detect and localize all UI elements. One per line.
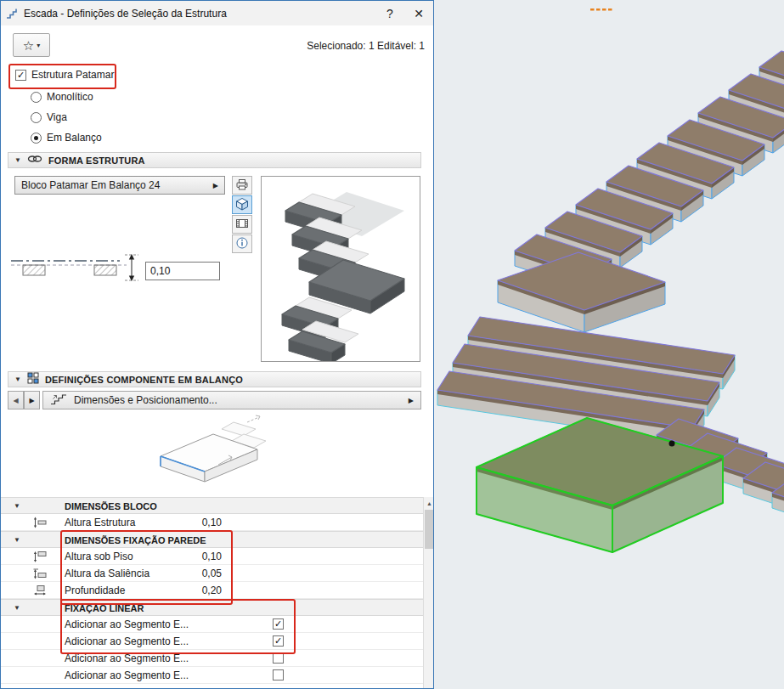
section-title: FORMA ESTRUTURA [48, 155, 145, 166]
collapse-icon[interactable]: ▼ [14, 536, 20, 544]
collapse-icon[interactable]: ▼ [14, 604, 20, 612]
table-row[interactable]: Altura Estrutura 0,10 [1, 514, 423, 531]
dim-structure-height-icon [33, 517, 50, 528]
section-title: DIMENSÕES FIXAÇÃO PAREDE [65, 535, 206, 545]
radio-button[interactable] [31, 133, 42, 144]
check-icon: ✓ [274, 636, 282, 646]
radio-button[interactable] [31, 112, 42, 123]
cube-3d-icon [235, 197, 249, 213]
panel-forward-button[interactable]: ▶ [24, 391, 40, 409]
radio-button[interactable] [31, 92, 42, 103]
stair-settings-dialog: Escada - Definições de Seleção da Estrut… [0, 0, 434, 689]
section-header-forma-estrutura[interactable]: ▼ FORMA ESTRUTURA [8, 152, 421, 168]
row-label: Adicionar ao Segmento E... [65, 618, 189, 630]
panel-back-button[interactable]: ◀ [8, 391, 24, 409]
staircase-3d-drawing [437, 28, 784, 552]
section-header-componente[interactable]: ▼ DEFINIÇÕES COMPONENTE EM BALANÇO [8, 371, 421, 387]
plotter-icon [235, 178, 249, 194]
section-title: DEFINIÇÕES COMPONENTE EM BALANÇO [45, 375, 243, 385]
table-row[interactable]: Profundidade 0,20 [1, 582, 423, 599]
stair-app-icon [6, 7, 20, 20]
star-icon: ☆ [23, 39, 34, 52]
dimensions-panel-icon [50, 393, 67, 408]
profile-dropdown-value: Bloco Patamar Em Balanço 24 [21, 179, 210, 191]
table-row[interactable]: Adicionar ao Segmento E... ✓ [1, 633, 423, 650]
structure-preview[interactable] [261, 176, 420, 362]
thickness-input[interactable] [145, 262, 220, 280]
thickness-diagram [9, 251, 138, 286]
collapse-icon[interactable]: ▼ [14, 502, 20, 510]
segment-checkbox[interactable]: ✓ [273, 635, 284, 647]
hotspot-dot [669, 441, 675, 447]
row-value[interactable]: 0,20 [166, 585, 222, 596]
section-title: FIXAÇÃO LINEAR [65, 603, 144, 613]
dim-depth-icon [33, 585, 50, 596]
collapse-icon[interactable]: ▼ [14, 156, 21, 164]
scroll-up-button[interactable]: ▲ [424, 497, 434, 510]
table-row[interactable]: Adicionar ao Segmento E... ✓ [1, 616, 423, 633]
segment-checkbox[interactable]: ✓ [273, 618, 284, 630]
window-title: Escada - Definições de Seleção da Estrut… [24, 8, 375, 20]
radio-viga[interactable]: Viga [31, 111, 67, 123]
section-row-fixacao-parede[interactable]: ▼ DIMENSÕES FIXAÇÃO PAREDE [1, 531, 423, 548]
row-label: Profundidade [65, 585, 125, 596]
row-value[interactable]: 0,05 [166, 568, 222, 579]
view-3d-button[interactable] [232, 195, 252, 214]
table-row[interactable]: Adicionar ao Segmento E... ✓ [1, 650, 423, 667]
radio-em-balanco[interactable]: Em Balanço [31, 132, 102, 144]
componente-icon [27, 372, 39, 387]
forma-estrutura-icon [27, 154, 42, 167]
panel-selector-value: Dimensões e Posicionamento... [74, 394, 402, 406]
section-row-fixacao-linear[interactable]: ▼ FIXAÇÃO LINEAR [1, 599, 423, 616]
table-row[interactable]: Adicionar ao Segmento E... ✓ [1, 667, 423, 684]
film-icon [235, 217, 249, 233]
check-icon: ✓ [17, 71, 25, 80]
landing-block-diagram [147, 414, 274, 494]
table-row[interactable]: Altura sob Piso 0,10 [1, 548, 423, 565]
row-label: Altura sob Piso [65, 551, 133, 562]
view-plotter-button[interactable] [232, 176, 252, 195]
dim-under-floor-icon [33, 551, 50, 562]
scroll-up-icon: ▲ [426, 500, 432, 506]
info-button[interactable] [232, 234, 252, 253]
preview-stairs-drawing [282, 192, 404, 361]
scrollbar-thumb[interactable] [425, 510, 434, 549]
settings-table: ▼ DIMENSÕES BLOCO Altura Estrutura 0,10 … [1, 497, 423, 684]
radio-label: Em Balanço [47, 132, 102, 144]
forward-icon: ▶ [29, 397, 34, 404]
3d-viewport[interactable] [434, 0, 784, 689]
submenu-arrow-icon: ▶ [213, 182, 218, 189]
section-title: DIMENSÕES BLOCO [65, 501, 157, 511]
section-row-dimensoes-bloco[interactable]: ▼ DIMENSÕES BLOCO [1, 497, 423, 514]
selection-status: Selecionado: 1 Editável: 1 [307, 40, 425, 52]
dim-ledge-height-icon [33, 568, 50, 579]
table-scrollbar[interactable]: ▲ [423, 497, 434, 689]
radio-label: Viga [47, 111, 67, 123]
row-value[interactable]: 0,10 [166, 551, 222, 562]
segment-checkbox[interactable]: ✓ [273, 652, 284, 664]
check-icon: ✓ [274, 619, 282, 629]
row-label: Altura Estrutura [65, 517, 135, 528]
collapse-icon[interactable]: ▼ [14, 376, 21, 383]
info-icon [235, 236, 249, 252]
row-label: Adicionar ao Segmento E... [65, 635, 189, 647]
submenu-arrow-icon: ▶ [409, 397, 414, 404]
estrutura-patamar-label: Estrutura Patamar [31, 69, 114, 81]
help-button[interactable]: ? [375, 1, 404, 25]
row-label: Altura da Saliência [65, 568, 149, 579]
radio-label: Monolítico [47, 91, 93, 103]
row-value[interactable]: 0,10 [166, 517, 222, 528]
titlebar[interactable]: Escada - Definições de Seleção da Estrut… [1, 1, 433, 25]
estrutura-patamar-row: ✓ Estrutura Patamar [15, 69, 114, 81]
favorites-button[interactable]: ☆ ▾ [13, 33, 50, 57]
panel-selector-dropdown[interactable]: Dimensões e Posicionamento... ▶ [42, 391, 421, 409]
row-label: Adicionar ao Segmento E... [65, 669, 189, 681]
table-row[interactable]: Altura da Saliência 0,05 [1, 565, 423, 582]
radio-monolitico[interactable]: Monolítico [31, 91, 93, 103]
profile-dropdown[interactable]: Bloco Patamar Em Balanço 24 ▶ [14, 176, 225, 195]
view-animation-button[interactable] [232, 215, 252, 234]
back-icon: ◀ [13, 397, 18, 404]
estrutura-patamar-checkbox[interactable]: ✓ [15, 70, 26, 81]
segment-checkbox[interactable]: ✓ [273, 669, 284, 681]
close-button[interactable]: ✕ [404, 1, 433, 25]
